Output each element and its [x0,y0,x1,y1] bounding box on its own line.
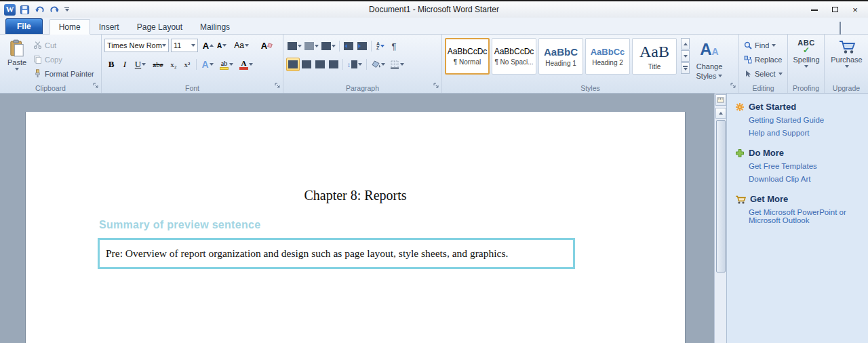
cut-icon [33,41,42,49]
subscript-button[interactable]: x₂ [167,58,180,71]
caret-icon [772,44,776,47]
document-heading[interactable]: Chapter 8: Reports [26,188,685,203]
highlight-button[interactable]: ab [216,58,237,71]
superscript-button[interactable]: x² [180,58,194,71]
caret-icon [358,63,362,66]
paste-button[interactable]: Paste [3,37,31,71]
qat-customize-button[interactable] [64,3,70,16]
increase-indent-button[interactable] [355,39,369,53]
minimize-button[interactable] [804,3,825,16]
bullets-button[interactable] [286,39,303,53]
link-getting-started-guide[interactable]: Getting Started Guide [749,116,863,124]
maximize-icon [832,7,838,12]
word-logo-icon[interactable]: W [4,4,16,16]
editing-group: Find Replace Select Editing [739,35,788,93]
maximize-button[interactable] [825,3,845,16]
find-button[interactable]: Find [742,38,785,52]
cut-button[interactable]: Cut [31,38,96,52]
multilevel-list-button[interactable] [320,39,337,53]
align-right-button[interactable] [313,58,327,71]
link-help-and-support[interactable]: Help and Support [749,129,863,137]
underline-button[interactable]: U [132,58,149,71]
justify-icon [329,60,338,68]
sort-arrow-icon [380,45,384,47]
shrink-font-button[interactable]: A [215,39,229,52]
caret-icon [191,44,195,47]
copy-button[interactable]: Copy [31,52,96,66]
document-selected-paragraph[interactable]: Pre: Overview of report organization and… [98,238,575,269]
font-size-combo[interactable]: 11 [171,39,198,52]
vertical-scrollbar[interactable] [714,94,726,343]
text-effects-button[interactable]: A [199,58,216,71]
styles-dialog-launcher[interactable] [730,79,736,92]
grow-font-button[interactable]: A [201,39,215,52]
numbering-button[interactable] [303,39,320,53]
link-get-powerpoint-outlook[interactable]: Get Microsoft PowerPoint or Microsoft Ou… [749,208,863,224]
copy-label: Copy [45,56,62,64]
borders-icon [390,60,399,69]
sunburst-icon [735,102,745,112]
collapse-ribbon-button[interactable] [840,23,849,31]
strikethrough-button[interactable]: abe [149,58,167,71]
style-name: ¶ No Spaci... [494,58,533,66]
italic-button[interactable]: I [118,58,132,71]
divider [371,41,372,52]
change-case-button[interactable]: Aa [233,39,250,52]
caret-icon [245,44,249,47]
style-normal[interactable]: AaBbCcDc ¶ Normal [445,38,490,75]
view-ruler-button[interactable] [715,94,726,106]
paragraph-group: A Z ¶ ↕ [283,35,442,93]
style-no-spacing[interactable]: AaBbCcDc ¶ No Spaci... [492,38,536,75]
document-annotation[interactable]: Summary of preview sentence [99,219,260,231]
tab-mailings[interactable]: Mailings [191,20,239,34]
paragraph-dialog-launcher[interactable] [433,79,439,92]
font-family-combo[interactable]: Times New Rom [104,39,169,52]
document-page[interactable]: Chapter 8: Reports Summary of preview se… [26,112,685,343]
sort-button[interactable]: A Z [374,39,387,53]
font-group: Times New Rom 11 A A Aa A [102,35,283,93]
redo-button[interactable] [49,3,60,16]
decrease-indent-button[interactable] [342,39,355,53]
save-button[interactable] [19,3,31,16]
gallery-down-button[interactable] [681,50,690,62]
paste-label: Paste [7,58,26,66]
purchase-button[interactable]: Purchase [827,37,866,68]
scroll-up-button[interactable] [715,108,726,119]
shading-button[interactable] [369,58,387,71]
replace-button[interactable]: Replace [742,52,785,66]
clipboard-dialog-launcher[interactable] [93,79,99,92]
dialog-launcher-icon [433,83,439,89]
style-heading-2[interactable]: AaBbCc Heading 2 [585,38,630,75]
style-heading-1[interactable]: AaBbC Heading 1 [538,38,583,75]
align-center-button[interactable] [300,58,313,71]
gallery-up-button[interactable] [681,38,690,49]
align-left-button[interactable] [286,58,300,71]
change-styles-button[interactable]: AA Change Styles [692,38,727,81]
font-dialog-launcher[interactable] [275,79,281,92]
borders-button[interactable] [387,58,406,71]
style-name: Title [648,63,661,70]
show-paragraph-marks-button[interactable]: ¶ [387,39,401,53]
link-download-clip-art[interactable]: Download Clip Art [749,175,863,183]
gallery-more-button[interactable] [681,62,690,74]
style-title[interactable]: AaB Title [632,38,677,75]
link-get-free-templates[interactable]: Get Free Templates [749,162,863,170]
document-area[interactable]: Chapter 8: Reports Summary of preview se… [0,94,714,343]
tab-home[interactable]: Home [50,19,90,35]
align-center-icon [302,60,311,68]
justify-button[interactable] [327,58,340,71]
format-painter-button[interactable]: Format Painter [31,66,96,81]
tab-page-layout[interactable]: Page Layout [128,20,191,34]
font-color-button[interactable]: A [237,58,256,71]
clear-formatting-button[interactable]: A [260,39,273,52]
select-icon [744,70,752,78]
scrollbar-thumb[interactable] [716,120,726,273]
line-spacing-button[interactable]: ↕ [345,58,364,71]
undo-button[interactable] [34,3,45,16]
tab-insert[interactable]: Insert [90,20,128,34]
bold-button[interactable]: B [104,58,118,71]
select-button[interactable]: Select [742,66,785,81]
spelling-button[interactable]: ABC ✓ Spelling [791,37,822,68]
close-button[interactable]: × [845,3,865,16]
tab-file[interactable]: File [5,18,43,34]
